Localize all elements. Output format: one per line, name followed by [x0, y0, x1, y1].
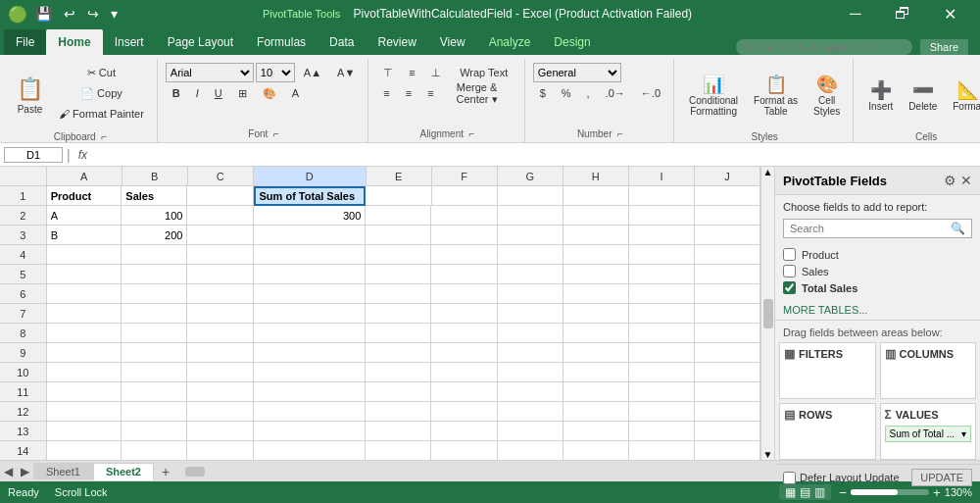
grid-cell[interactable]: [366, 265, 431, 284]
grid-cell[interactable]: [629, 382, 695, 402]
grid-cell[interactable]: [431, 304, 497, 324]
tab-home[interactable]: Home: [46, 29, 102, 55]
grid-cell[interactable]: [431, 363, 497, 382]
align-top-btn[interactable]: ⊤: [376, 63, 400, 82]
pivot-area-columns[interactable]: ▥ COLUMNS: [880, 342, 977, 399]
name-box[interactable]: [4, 147, 63, 163]
grid-cell[interactable]: [431, 206, 497, 226]
grid-cell[interactable]: [47, 402, 122, 422]
grid-cell[interactable]: [564, 265, 629, 284]
grid-cell[interactable]: [47, 343, 122, 363]
grid-cell[interactable]: [629, 186, 695, 206]
row-number[interactable]: 6: [0, 284, 47, 304]
grid-cell[interactable]: [431, 343, 497, 363]
grid-cell[interactable]: B: [47, 226, 122, 245]
pivot-close-btn[interactable]: ✕: [960, 173, 972, 188]
grid-cell[interactable]: [254, 422, 367, 441]
row-number[interactable]: 4: [0, 245, 47, 265]
col-C[interactable]: C: [188, 167, 254, 186]
close-btn[interactable]: ✕: [927, 0, 972, 27]
col-D[interactable]: D: [254, 167, 367, 186]
font-family-select[interactable]: Arial: [166, 63, 254, 82]
pivot-value-item[interactable]: Sum of Total ... ▾: [885, 426, 972, 442]
pivot-area-values[interactable]: Σ VALUES Sum of Total ... ▾: [880, 403, 977, 460]
redo-quick-btn[interactable]: ↪: [83, 4, 103, 24]
grid-cell[interactable]: [366, 226, 431, 245]
grid-cell[interactable]: [187, 186, 253, 206]
grid-cell[interactable]: [564, 382, 629, 402]
grid-cell[interactable]: [498, 245, 564, 265]
more-tables-link[interactable]: MORE TABLES...: [775, 300, 980, 320]
col-H[interactable]: H: [564, 167, 629, 186]
currency-btn[interactable]: $: [533, 83, 553, 103]
add-sheet-btn[interactable]: +: [154, 462, 177, 481]
pivot-field-sales[interactable]: Sales: [783, 263, 972, 279]
formula-input[interactable]: Sum of Total Sales: [95, 149, 976, 161]
grid-cell[interactable]: [629, 304, 695, 324]
grid-cell[interactable]: [122, 422, 187, 441]
grid-cell[interactable]: [629, 363, 695, 382]
pivot-settings-btn[interactable]: ⚙: [944, 173, 956, 188]
grid-cell[interactable]: [47, 382, 122, 402]
grid-cell[interactable]: [187, 422, 253, 441]
grid-cell[interactable]: [498, 324, 564, 343]
scroll-down-btn[interactable]: ▼: [763, 449, 773, 460]
tab-analyze[interactable]: Analyze: [477, 29, 543, 55]
quick-access-more[interactable]: ▾: [107, 4, 122, 24]
row-number[interactable]: 9: [0, 343, 47, 363]
grid-cell[interactable]: [187, 402, 253, 422]
grid-cell[interactable]: [254, 402, 367, 422]
grid-cell[interactable]: [695, 324, 760, 343]
grid-cell[interactable]: [254, 441, 367, 460]
grid-cell[interactable]: [122, 245, 187, 265]
row-number[interactable]: 11: [0, 382, 47, 402]
page-layout-view-btn[interactable]: ▤: [800, 485, 810, 499]
grid-cell[interactable]: [695, 382, 760, 402]
pivot-area-filters[interactable]: ▦ FILTERS: [779, 342, 876, 399]
format-painter-btn[interactable]: 🖌 Format Painter: [52, 104, 151, 124]
insert-cells-btn[interactable]: ➕ Insert: [861, 63, 900, 127]
grid-cell[interactable]: [254, 226, 367, 245]
grid-cell[interactable]: [47, 324, 122, 343]
grid-cell[interactable]: [187, 382, 253, 402]
sheet-tab-sheet2[interactable]: Sheet2: [93, 463, 154, 480]
grid-cell[interactable]: [695, 284, 760, 304]
align-center-btn[interactable]: ≡: [399, 83, 418, 103]
row-number[interactable]: 5: [0, 265, 47, 284]
align-right-btn[interactable]: ≡: [420, 83, 440, 103]
underline-btn[interactable]: U: [208, 83, 229, 103]
grid-cell[interactable]: [629, 441, 695, 460]
grid-cell[interactable]: [254, 284, 367, 304]
grid-cell[interactable]: [498, 422, 564, 441]
grid-cell[interactable]: [695, 363, 760, 382]
grid-cell[interactable]: [366, 245, 431, 265]
font-color-btn[interactable]: A: [285, 83, 306, 103]
grid-cell[interactable]: [498, 284, 564, 304]
grid-cell[interactable]: [564, 186, 629, 206]
grid-cell[interactable]: [629, 226, 695, 245]
row-number[interactable]: 3: [0, 226, 47, 245]
save-quick-btn[interactable]: 💾: [31, 4, 56, 24]
grid-cell[interactable]: [47, 441, 122, 460]
grid-cell[interactable]: [498, 304, 564, 324]
col-A[interactable]: A: [47, 167, 122, 186]
italic-btn[interactable]: I: [189, 83, 206, 103]
grid-cell[interactable]: [122, 304, 187, 324]
grid-cell[interactable]: [431, 382, 497, 402]
grid-cell[interactable]: [187, 324, 253, 343]
grid-cell[interactable]: [366, 324, 431, 343]
conditional-formatting-btn[interactable]: 📊 Conditional Formatting: [682, 63, 745, 127]
grid-cell[interactable]: [564, 284, 629, 304]
pivot-area-rows[interactable]: ▤ ROWS: [779, 403, 876, 460]
grid-cell[interactable]: [695, 343, 760, 363]
row-number[interactable]: 2: [0, 206, 47, 226]
tab-formulas[interactable]: Formulas: [245, 29, 318, 55]
tab-review[interactable]: Review: [366, 29, 427, 55]
grid-cell[interactable]: [47, 422, 122, 441]
grid-cell[interactable]: [629, 402, 695, 422]
grid-cell[interactable]: [695, 265, 760, 284]
grid-cell[interactable]: [629, 343, 695, 363]
share-btn[interactable]: Share: [920, 39, 968, 55]
cut-btn[interactable]: ✂ Cut: [52, 63, 151, 82]
bold-btn[interactable]: B: [166, 83, 187, 103]
